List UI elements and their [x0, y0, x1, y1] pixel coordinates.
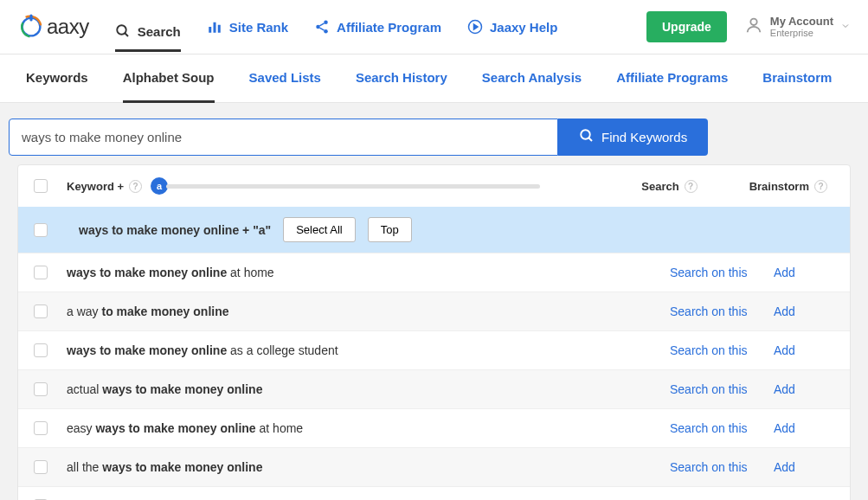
- column-brainstorm[interactable]: Brainstorm: [749, 180, 809, 193]
- user-icon: [744, 16, 763, 37]
- add-link[interactable]: Add: [774, 460, 834, 474]
- logo-icon: [17, 13, 45, 41]
- result-row: all the ways to make money onlineSearch …: [18, 447, 850, 486]
- help-icon[interactable]: ?: [814, 180, 827, 193]
- search-on-this-link[interactable]: Search on this: [670, 343, 753, 357]
- keyword-text: a way to make money online: [67, 304, 670, 318]
- result-row: actual ways to make money onlineSearch o…: [18, 369, 850, 408]
- keyword-text: all the ways to make money online: [67, 460, 670, 474]
- logo-text: aaxy: [47, 15, 89, 39]
- svg-point-9: [324, 29, 328, 34]
- nav-search-label: Search: [138, 24, 181, 39]
- tab-search-analysis[interactable]: Search Analysis: [482, 54, 582, 102]
- result-row: an economical way to make money onlineSe…: [18, 486, 850, 500]
- account-sub: Enterprise: [770, 28, 833, 38]
- svg-rect-5: [213, 22, 215, 33]
- search-icon: [579, 128, 595, 146]
- top-button[interactable]: Top: [368, 217, 412, 242]
- add-link[interactable]: Add: [774, 382, 834, 396]
- svg-point-7: [324, 21, 328, 25]
- svg-line-10: [319, 23, 324, 26]
- slider-knob[interactable]: a: [151, 177, 168, 195]
- svg-point-2: [117, 25, 126, 35]
- search-icon: [115, 23, 131, 39]
- help-icon[interactable]: ?: [129, 180, 142, 193]
- tab-affiliate-programs[interactable]: Affiliate Programs: [616, 54, 728, 102]
- tab-alphabet-soup[interactable]: Alphabet Soup: [123, 54, 215, 103]
- share-icon: [314, 19, 330, 35]
- account-menu[interactable]: My Account Enterprise: [744, 16, 851, 38]
- result-row: ways to make money online at homeSearch …: [18, 253, 850, 292]
- row-checkbox[interactable]: [34, 343, 48, 357]
- nav-search[interactable]: Search: [115, 13, 181, 52]
- svg-line-16: [588, 138, 592, 141]
- svg-point-15: [581, 130, 590, 139]
- nav-help[interactable]: Jaaxy Help: [467, 9, 557, 45]
- result-row: ways to make money online as a college s…: [18, 330, 850, 369]
- add-link[interactable]: Add: [774, 266, 834, 279]
- column-keyword[interactable]: Keyword +: [67, 180, 124, 193]
- filter-row: ways to make money online + "a" Select A…: [18, 207, 850, 253]
- play-circle-icon: [467, 19, 483, 35]
- row-checkbox[interactable]: [34, 304, 48, 318]
- svg-point-14: [750, 19, 756, 25]
- search-on-this-link[interactable]: Search on this: [670, 266, 753, 279]
- svg-line-3: [125, 33, 128, 36]
- add-link[interactable]: Add: [774, 421, 834, 435]
- svg-point-8: [316, 25, 320, 29]
- row-checkbox[interactable]: [34, 421, 48, 435]
- svg-rect-1: [29, 15, 32, 22]
- search-on-this-link[interactable]: Search on this: [670, 421, 753, 435]
- select-all-checkbox[interactable]: [34, 179, 48, 193]
- search-on-this-link[interactable]: Search on this: [670, 460, 753, 474]
- filter-checkbox[interactable]: [34, 223, 48, 237]
- account-title: My Account: [770, 16, 833, 28]
- find-keywords-label: Find Keywords: [601, 130, 687, 144]
- row-checkbox[interactable]: [34, 460, 48, 474]
- svg-marker-13: [473, 24, 478, 29]
- svg-rect-6: [218, 25, 221, 33]
- keyword-text: easy ways to make money online at home: [67, 421, 670, 435]
- find-keywords-button[interactable]: Find Keywords: [558, 119, 708, 156]
- bars-icon: [207, 19, 222, 35]
- row-checkbox[interactable]: [34, 266, 48, 279]
- keyword-search-input[interactable]: [9, 119, 558, 156]
- keyword-text: ways to make money online at home: [67, 266, 670, 279]
- keyword-text: ways to make money online as a college s…: [67, 343, 670, 357]
- nav-help-label: Jaaxy Help: [490, 20, 557, 35]
- add-link[interactable]: Add: [774, 343, 834, 357]
- keyword-text: actual ways to make money online: [67, 382, 670, 396]
- search-on-this-link[interactable]: Search on this: [670, 304, 753, 318]
- tab-keywords[interactable]: Keywords: [26, 54, 88, 102]
- upgrade-button[interactable]: Upgrade: [646, 11, 727, 42]
- tab-saved-lists[interactable]: Saved Lists: [249, 54, 321, 102]
- select-all-button[interactable]: Select All: [283, 217, 355, 242]
- tab-search-history[interactable]: Search History: [356, 54, 447, 102]
- search-on-this-link[interactable]: Search on this: [670, 382, 753, 396]
- column-search[interactable]: Search: [641, 180, 678, 193]
- nav-affiliate[interactable]: Affiliate Program: [314, 9, 441, 45]
- tab-brainstorm[interactable]: Brainstorm: [762, 54, 832, 102]
- alphabet-slider[interactable]: a: [151, 177, 540, 195]
- chevron-down-icon: [840, 20, 851, 34]
- svg-line-11: [319, 28, 324, 30]
- row-checkbox[interactable]: [34, 382, 48, 396]
- slider-track[interactable]: [166, 184, 540, 189]
- help-icon[interactable]: ?: [685, 180, 698, 193]
- add-link[interactable]: Add: [774, 304, 834, 318]
- result-row: a way to make money onlineSearch on this…: [18, 292, 850, 330]
- svg-rect-4: [209, 27, 211, 33]
- nav-siterank[interactable]: Site Rank: [207, 9, 288, 45]
- nav-affiliate-label: Affiliate Program: [337, 20, 441, 35]
- filter-label: ways to make money online + "a": [79, 223, 271, 237]
- result-row: easy ways to make money online at homeSe…: [18, 408, 850, 447]
- nav-siterank-label: Site Rank: [229, 20, 288, 35]
- logo[interactable]: aaxy: [17, 13, 89, 41]
